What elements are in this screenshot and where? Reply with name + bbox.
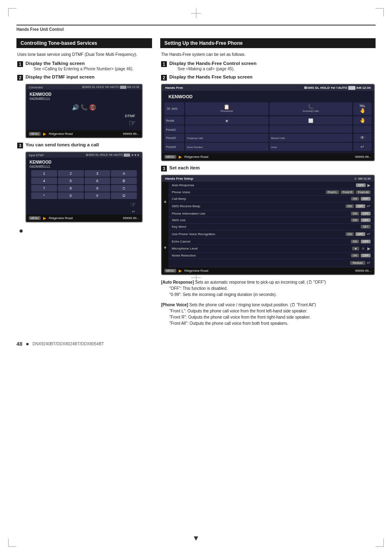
key-9[interactable]: 9 bbox=[85, 185, 111, 192]
setup-content: ▲ ▼ Auto Response OFF ▶ bbox=[162, 182, 374, 267]
call-beep-on[interactable]: ON bbox=[351, 197, 360, 201]
key-A[interactable]: A bbox=[111, 170, 137, 177]
call-beep-off[interactable]: OFF bbox=[361, 197, 371, 201]
noise-value: ON OFF bbox=[351, 254, 371, 257]
sms-use-on[interactable]: ON bbox=[351, 218, 360, 222]
echo-on[interactable]: ON bbox=[351, 240, 360, 243]
right-step-1: 1 Display the Hands-Free Control screen … bbox=[161, 61, 375, 71]
hf-missed[interactable]: Missed Calls bbox=[270, 134, 353, 142]
scroll-down-icon[interactable]: ▼ bbox=[163, 245, 167, 250]
phone-info-off[interactable]: OFF bbox=[361, 212, 371, 215]
hf-cell-redial-4[interactable]: 🤚 bbox=[353, 116, 371, 125]
hf-cell-incoming[interactable]: 📞 Incoming Calls bbox=[270, 102, 353, 115]
hf-preset2[interactable]: Preset2 bbox=[164, 134, 184, 142]
key-7[interactable]: 7 bbox=[31, 185, 57, 192]
key-D[interactable]: D bbox=[111, 192, 137, 199]
key-2[interactable]: 2 bbox=[58, 170, 84, 177]
mic-left-arrow[interactable]: ◄ bbox=[352, 247, 359, 250]
key-3[interactable]: 3 bbox=[85, 170, 111, 177]
hf-cell-sms[interactable]: ✉ SMS bbox=[164, 102, 184, 115]
hf-preset1[interactable]: Preset1 bbox=[164, 125, 184, 133]
restore-btn[interactable]: Restore bbox=[350, 261, 365, 265]
hf-voice[interactable]: Voice bbox=[270, 143, 353, 151]
connected-statusbar: Connected ⊠SMS DL HOLD Yel ≡AUTO ▓▓▓ AM … bbox=[26, 85, 142, 90]
sms-beep-on[interactable]: ON bbox=[346, 204, 354, 208]
hf-preset1-4[interactable] bbox=[353, 125, 371, 133]
hf-preset3-icon[interactable]: ↵ bbox=[353, 143, 371, 151]
echo-off[interactable]: OFF bbox=[361, 240, 371, 243]
sms-use-label: SMS Use bbox=[172, 218, 186, 222]
hf-cell-redial-2[interactable]: ■ bbox=[185, 116, 268, 125]
vol-icon: 🔊 bbox=[72, 104, 79, 111]
hf-cell-tel[interactable]: TEL 🤚 bbox=[353, 102, 371, 115]
redial-label: Redial bbox=[166, 119, 174, 122]
key-4[interactable]: 4 bbox=[31, 178, 57, 184]
dtmf-name: KENWOOD bbox=[30, 160, 138, 164]
menu-btn-2[interactable]: MENU bbox=[29, 216, 41, 220]
voice-recog-on[interactable]: ON bbox=[346, 232, 354, 236]
right-intro: The Hands-Free system can be set as foll… bbox=[161, 52, 375, 57]
hf-mileage: 99999.99... bbox=[355, 155, 371, 159]
front-all-btn[interactable]: Front All bbox=[356, 190, 371, 194]
key-word-value: SET bbox=[361, 225, 371, 229]
page-bullet: ● bbox=[25, 340, 29, 347]
key-word-set[interactable]: SET bbox=[361, 225, 371, 229]
noise-off[interactable]: OFF bbox=[361, 254, 371, 257]
right-step-2: 2 Display the Hands Free Setup screen bbox=[161, 74, 375, 81]
phonebook-icon: 📋 bbox=[224, 104, 230, 110]
hf-direct[interactable]: Direct Number bbox=[185, 143, 268, 151]
key-6[interactable]: 6 bbox=[85, 178, 111, 184]
setup-row-key-word: Key Word SET bbox=[168, 224, 374, 230]
key-star[interactable]: * bbox=[31, 192, 57, 199]
dtmf-status-icons: ⊠SMS DL HOLD Yel ≡AUTO ▓▓▓ ◄◄◄ bbox=[86, 153, 139, 157]
hf-status: ⊠SMS DL HOLD Yel ≡AUTO ▓▓▓ AM 12:34 bbox=[304, 86, 371, 90]
restore-enter: ↵ bbox=[367, 260, 371, 266]
connected-status-icons: ⊠SMS DL HOLD Yel ≡AUTO ▓▓▓ AM 12:34 bbox=[82, 86, 139, 89]
sms-beep-off[interactable]: OFF bbox=[355, 204, 365, 208]
setup-menu-btn[interactable]: MENU bbox=[164, 269, 176, 273]
hf-preset1-2[interactable] bbox=[185, 125, 268, 133]
mic-level-label: Microphone Level bbox=[172, 247, 198, 250]
right-section-title: Setting Up the Hands-Free Phone bbox=[160, 38, 376, 48]
setup-bottom: MENU ▶ Ridgeview Road 99999.99... bbox=[162, 267, 374, 274]
noise-on[interactable]: ON bbox=[351, 254, 360, 257]
auto-response-off-btn[interactable]: OFF bbox=[356, 183, 366, 187]
hf-preset1-3[interactable] bbox=[270, 125, 353, 133]
key-8[interactable]: 8 bbox=[58, 185, 84, 192]
sms-use-off[interactable]: OFF bbox=[361, 218, 371, 222]
key-1[interactable]: 1 bbox=[31, 170, 57, 177]
front-r-btn[interactable]: Front R bbox=[341, 190, 354, 194]
phonebook-label: Phonebook bbox=[221, 110, 233, 112]
left-intro: Uses tone base service using DTMF (Dual … bbox=[17, 52, 151, 57]
menu-btn-1[interactable]: MENU bbox=[29, 132, 41, 136]
noise-label: Noise Reduction bbox=[172, 254, 196, 257]
hf-menu-btn[interactable]: MENU bbox=[164, 155, 176, 159]
auto-response-arrow: ▶ bbox=[367, 183, 371, 187]
back-icon: ↵ bbox=[360, 144, 364, 150]
hf-preset3[interactable]: Preset3 bbox=[164, 143, 184, 151]
right-step-1-title: Display the Hands-Free Control screen bbox=[169, 61, 256, 66]
scroll-up-icon[interactable]: ▲ bbox=[163, 199, 167, 204]
front-l-btn[interactable]: Front L bbox=[326, 190, 339, 194]
preset2-label: Preset2 bbox=[166, 136, 176, 139]
key-0[interactable]: 0 bbox=[58, 192, 84, 199]
phone-info-value: ON OFF bbox=[351, 212, 371, 215]
hf-cell-redial[interactable]: Redial bbox=[164, 116, 184, 125]
desc-auto-response: [Auto Response] Sets an automatic respon… bbox=[161, 279, 375, 298]
phone-info-on[interactable]: ON bbox=[351, 212, 360, 215]
setup-title: Hands Free Setup bbox=[165, 177, 193, 180]
hf-cell-redial-3[interactable]: ⬜ bbox=[270, 116, 353, 125]
key-5[interactable]: 5 bbox=[58, 178, 84, 184]
voice-recog-off[interactable]: OFF bbox=[355, 232, 365, 236]
dtmf-content: KENWOOD 0428485111 1 2 3 A 4 5 6 B 7 bbox=[26, 157, 142, 215]
hf-cell-phonebook[interactable]: 📋 Phonebook bbox=[185, 102, 268, 115]
connected-bottom: MENU ▶ Ridgeview Road 99999.99... bbox=[26, 130, 142, 137]
key-B[interactable]: B bbox=[111, 178, 137, 184]
mic-right-arrow[interactable]: ▶ bbox=[367, 246, 371, 251]
restore-value: Restore ↵ bbox=[350, 260, 371, 266]
hf-road: Ridgeview Road bbox=[184, 155, 353, 159]
hf-outgoing[interactable]: Outgoing Calls bbox=[185, 134, 268, 142]
key-hash[interactable]: # bbox=[85, 192, 111, 199]
hf-preset2-icon[interactable]: 👁 bbox=[353, 134, 371, 142]
key-C[interactable]: C bbox=[111, 185, 137, 192]
